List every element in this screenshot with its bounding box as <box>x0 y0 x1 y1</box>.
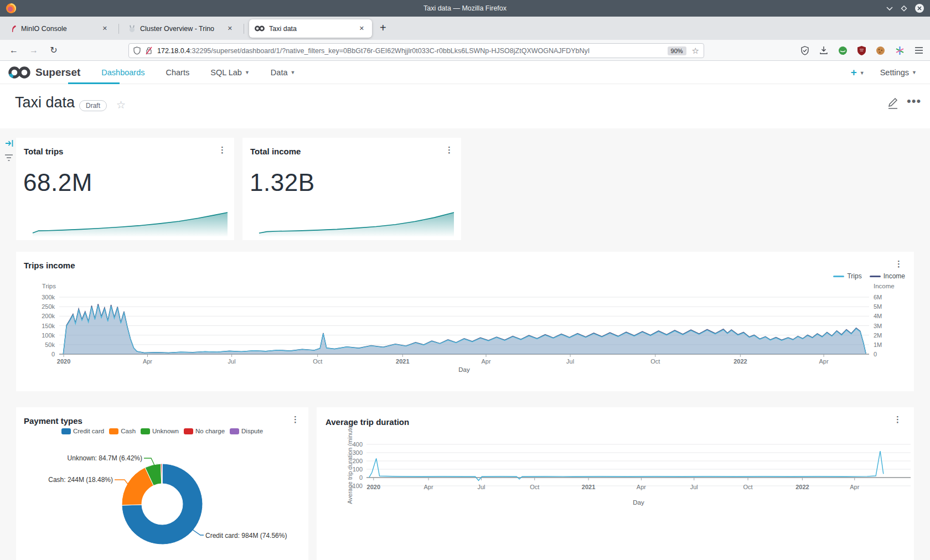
nav-dashboards[interactable]: Dashboards <box>101 68 144 77</box>
svg-text:Income: Income <box>874 283 895 289</box>
dashboard-more-menu[interactable]: ••• <box>907 94 921 108</box>
chart-title: Average trip duration <box>326 417 409 427</box>
expand-filter-bar-icon[interactable] <box>4 138 14 148</box>
window-title: Taxi data — Mozilla Firefox <box>0 4 930 12</box>
chart-title: Total income <box>250 147 301 156</box>
favorite-star-icon[interactable]: ☆ <box>116 98 126 111</box>
svg-text:1M: 1M <box>874 341 882 348</box>
download-icon[interactable] <box>819 46 828 55</box>
chart-options-kebab-icon[interactable]: ⋮ <box>218 146 226 154</box>
window-maximize-button[interactable] <box>898 2 910 14</box>
svg-text:2M: 2M <box>874 332 882 339</box>
svg-text:Day: Day <box>458 366 470 373</box>
svg-text:Credit card: 984M (74.56%): Credit card: 984M (74.56%) <box>205 532 287 540</box>
nav-charts[interactable]: Charts <box>166 68 190 77</box>
svg-text:3M: 3M <box>874 323 882 329</box>
browser-toolbar: ← → ↻ 172.18.0.4:32295/superset/dashboar… <box>0 40 930 61</box>
url-path: :32295/superset/dashboard/1/?native_filt… <box>190 47 590 55</box>
svg-text:6M: 6M <box>874 294 882 300</box>
tracking-protection-shield-icon[interactable] <box>133 46 141 55</box>
legend-item[interactable]: Income <box>870 272 905 280</box>
extension-sparkle-icon[interactable] <box>895 46 905 55</box>
total-income-sparkline <box>258 209 455 236</box>
total-income-card: Total income ⋮ 1.32B <box>242 138 461 240</box>
svg-text:Jul: Jul <box>690 484 698 490</box>
svg-text:0: 0 <box>51 351 55 357</box>
avg-trip-duration-panel: Average trip duration ⋮ 4003002001000-10… <box>317 407 914 560</box>
tab-close-icon[interactable]: ✕ <box>225 24 235 33</box>
svg-text:2020: 2020 <box>367 484 380 490</box>
trips-income-chart[interactable]: 300k6M250k5M200k4M150k3M100k2M50k1M00Tri… <box>16 252 914 391</box>
chart-options-kebab-icon[interactable]: ⋮ <box>893 415 902 423</box>
svg-text:Apr: Apr <box>423 484 433 490</box>
svg-text:200: 200 <box>353 458 363 464</box>
legend-item[interactable]: Trips <box>833 272 861 280</box>
forward-button[interactable]: → <box>25 45 42 55</box>
total-trips-sparkline <box>32 209 229 236</box>
tab-label: MinIO Console <box>21 25 67 33</box>
url-bar[interactable]: 172.18.0.4:32295/superset/dashboard/1/?n… <box>128 43 704 58</box>
nav-sql-lab[interactable]: SQL Lab▼ <box>210 68 250 77</box>
svg-text:Oct: Oct <box>743 484 753 490</box>
svg-text:Oct: Oct <box>313 358 322 365</box>
svg-text:Apr: Apr <box>637 484 646 490</box>
back-button[interactable]: ← <box>6 45 22 55</box>
svg-text:2020: 2020 <box>57 358 70 365</box>
hamburger-menu-icon[interactable] <box>914 46 923 54</box>
url-host: 172.18.0.4 <box>157 47 190 55</box>
tab-close-icon[interactable]: ✕ <box>357 24 366 33</box>
reload-button[interactable]: ↻ <box>45 45 62 55</box>
superset-brand-text[interactable]: Superset <box>35 66 80 79</box>
chart-title: Trips income <box>24 261 75 270</box>
svg-text:0: 0 <box>874 351 877 357</box>
svg-text:Trips: Trips <box>42 283 56 289</box>
add-new-button[interactable]: +▼ <box>851 66 865 79</box>
svg-text:2021: 2021 <box>396 358 409 365</box>
window-close-button[interactable] <box>913 2 926 14</box>
trino-favicon <box>128 25 136 33</box>
svg-text:200k: 200k <box>42 313 55 319</box>
tab-close-icon[interactable]: ✕ <box>100 24 110 33</box>
ublock-shield-icon[interactable] <box>857 46 866 55</box>
payment-types-donut-chart[interactable]: Unknown: 84.7M (6.42%)Cash: 244M (18.48%… <box>16 407 308 560</box>
zoom-level-badge[interactable]: 90% <box>668 46 686 55</box>
tab-strip: MinIO Console ✕ Cluster Overview - Trino… <box>0 17 930 40</box>
new-tab-button[interactable]: + <box>380 22 386 34</box>
total-trips-card: Total trips ⋮ 68.2M <box>16 138 234 240</box>
svg-text:2022: 2022 <box>733 358 747 365</box>
svg-text:400: 400 <box>353 441 363 448</box>
filter-icon[interactable] <box>4 153 14 162</box>
extension-green-icon[interactable] <box>838 46 848 55</box>
total-trips-value: 68.2M <box>23 169 92 196</box>
svg-text:2021: 2021 <box>582 484 595 490</box>
tab-minio-console[interactable]: MinIO Console ✕ <box>4 19 115 38</box>
svg-text:5M: 5M <box>874 303 882 310</box>
svg-text:50k: 50k <box>45 341 55 348</box>
avg-trip-duration-chart[interactable]: 4003002001000-1002020AprJulOct2021AprJul… <box>317 407 914 560</box>
bookmark-star-icon[interactable]: ☆ <box>692 46 699 56</box>
svg-text:250k: 250k <box>42 303 55 310</box>
window-minimize-button[interactable] <box>884 2 896 14</box>
svg-text:Jul: Jul <box>477 484 485 490</box>
browser-window: Taxi data — Mozilla Firefox MinIO Consol… <box>0 0 930 560</box>
insecure-lock-icon[interactable] <box>145 46 153 55</box>
tab-cluster-overview-trino[interactable]: Cluster Overview - Trino ✕ <box>123 19 240 38</box>
svg-text:Jul: Jul <box>566 358 574 365</box>
svg-text:Oct: Oct <box>650 358 660 365</box>
chart-options-kebab-icon[interactable]: ⋮ <box>445 146 453 154</box>
svg-text:Apr: Apr <box>481 358 490 365</box>
chevron-down-icon: ▼ <box>860 70 865 76</box>
superset-logo-icon <box>8 66 31 79</box>
svg-text:Unknown: 84.7M (6.42%): Unknown: 84.7M (6.42%) <box>68 454 142 462</box>
nav-data[interactable]: Data▼ <box>271 68 296 77</box>
shield-check-icon[interactable] <box>800 46 809 55</box>
chart-options-kebab-icon[interactable]: ⋮ <box>895 260 903 268</box>
edit-pencil-icon[interactable] <box>886 96 899 111</box>
tab-separator <box>244 24 244 34</box>
superset-favicon <box>255 25 265 32</box>
payment-types-panel: Payment types ⋮ Credit cardCashUnknownNo… <box>16 407 308 560</box>
cookie-icon[interactable] <box>876 46 885 55</box>
svg-text:100: 100 <box>353 466 363 473</box>
tab-taxi-data-active[interactable]: Taxi data ✕ <box>249 19 372 38</box>
settings-menu[interactable]: Settings▼ <box>880 68 917 77</box>
